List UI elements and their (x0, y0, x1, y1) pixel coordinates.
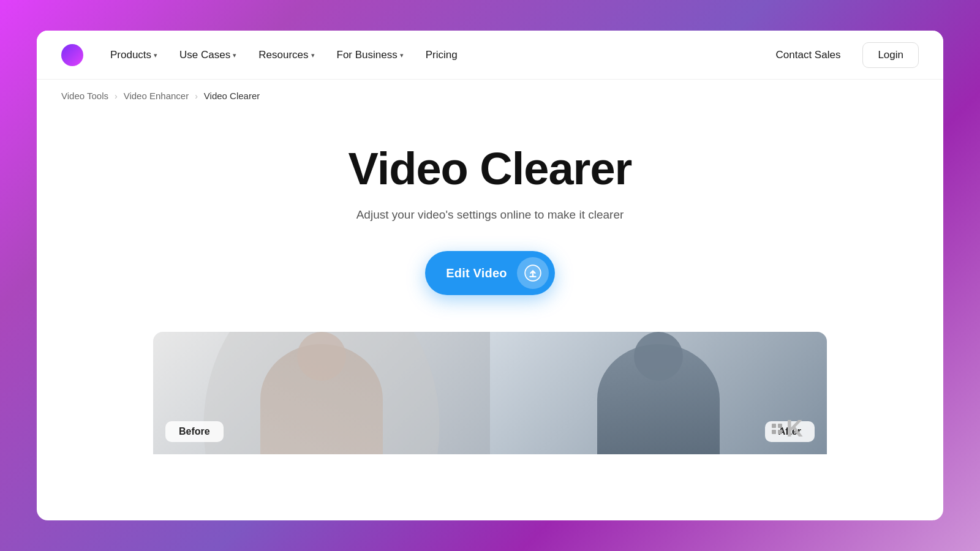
nav-item-products[interactable]: Products ▾ (102, 44, 166, 66)
breadcrumb: Video Tools › Video Enhancer › Video Cle… (37, 80, 943, 107)
edit-video-label: Edit Video (446, 266, 507, 280)
page-title: Video Clearer (349, 144, 632, 193)
before-label: Before (165, 421, 224, 442)
before-after-section: Before After (153, 332, 827, 454)
login-button[interactable]: Login (862, 42, 919, 68)
kapwing-k-letter: K (786, 416, 802, 442)
chevron-down-icon: ▾ (311, 51, 315, 59)
breadcrumb-separator-1: › (115, 91, 118, 101)
page-subtitle: Adjust your video's settings online to m… (356, 208, 624, 222)
breadcrumb-video-enhancer[interactable]: Video Enhancer (124, 91, 189, 101)
main-card: Products ▾ Use Cases ▾ Resources ▾ For B… (37, 31, 943, 520)
upload-icon (517, 257, 549, 289)
contact-sales-button[interactable]: Contact Sales (766, 44, 851, 66)
main-content: Video Clearer Adjust your video's settin… (37, 107, 943, 520)
navbar-right: Contact Sales Login (766, 42, 919, 68)
breadcrumb-video-tools[interactable]: Video Tools (61, 91, 108, 101)
nav-for-business-label: For Business (337, 49, 398, 61)
chevron-down-icon: ▾ (154, 51, 157, 59)
breadcrumb-separator-2: › (195, 91, 198, 101)
chevron-down-icon: ▾ (233, 51, 236, 59)
chevron-down-icon: ▾ (400, 51, 404, 59)
before-panel: Before (153, 332, 490, 454)
nav-menu: Products ▾ Use Cases ▾ Resources ▾ For B… (102, 44, 766, 66)
kapwing-watermark: K (772, 416, 802, 442)
nav-item-for-business[interactable]: For Business ▾ (328, 44, 412, 66)
edit-video-button[interactable]: Edit Video (425, 251, 554, 295)
nav-use-cases-label: Use Cases (179, 49, 230, 61)
outer-background: Products ▾ Use Cases ▾ Resources ▾ For B… (0, 0, 980, 551)
nav-item-resources[interactable]: Resources ▾ (250, 44, 323, 66)
kapwing-dots-icon (772, 424, 783, 435)
nav-products-label: Products (110, 49, 151, 61)
nav-item-pricing[interactable]: Pricing (417, 44, 466, 66)
nav-resources-label: Resources (258, 49, 308, 61)
nav-item-use-cases[interactable]: Use Cases ▾ (171, 44, 245, 66)
logo[interactable] (61, 44, 83, 66)
navbar: Products ▾ Use Cases ▾ Resources ▾ For B… (37, 31, 943, 80)
breadcrumb-current: Video Clearer (204, 91, 260, 101)
kapwing-logo: K (772, 416, 802, 442)
nav-pricing-label: Pricing (426, 49, 458, 61)
